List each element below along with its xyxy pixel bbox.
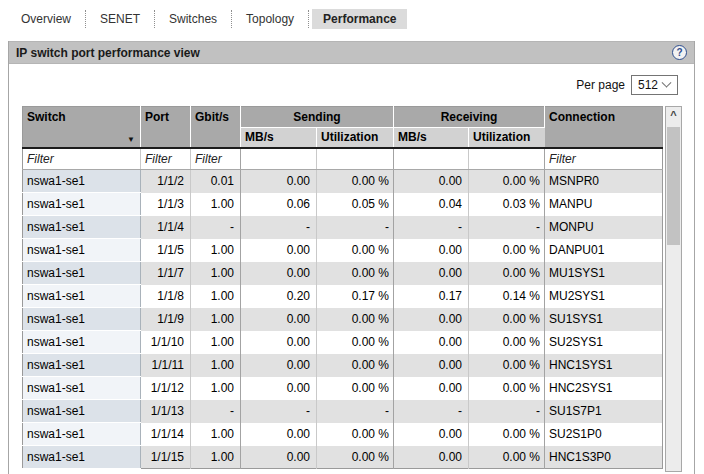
port-cell: 1/1/7	[141, 262, 191, 285]
sending-utilization-cell: -	[317, 216, 394, 239]
gbits-cell: 1.00	[191, 193, 241, 216]
gbits-cell: 1.00	[191, 262, 241, 285]
gbits-filter-input[interactable]: Filter	[191, 148, 241, 170]
column-header-switch[interactable]: Switch ▼	[23, 107, 141, 148]
filter-row-spacer	[317, 148, 394, 170]
table-row[interactable]: nswa1-se11/1/31.000.060.05 %0.040.03 %MA…	[23, 193, 663, 216]
port-performance-table-area: Switch ▼ Port Gbit/s Sending Receiving C…	[22, 106, 694, 472]
table-row[interactable]: nswa1-se11/1/111.000.000.00 %0.000.00 %H…	[23, 354, 663, 377]
connection-cell: MU2SYS1	[545, 285, 663, 308]
table-body: nswa1-se11/1/20.010.000.00 %0.000.00 %MS…	[23, 170, 663, 469]
sending-utilization-cell: 0.00 %	[317, 446, 394, 469]
column-group-sending: Sending	[241, 107, 394, 128]
filter-row: Filter Filter Filter Filter	[23, 148, 663, 170]
switch-filter-input[interactable]: Filter	[23, 148, 141, 170]
sending-utilization-cell: -	[317, 400, 394, 423]
sending-utilization-cell: 0.05 %	[317, 193, 394, 216]
port-cell: 1/1/11	[141, 354, 191, 377]
filter-row-spacer	[394, 148, 469, 170]
switch-cell: nswa1-se1	[23, 446, 141, 469]
sending-utilization-cell: 0.17 %	[317, 285, 394, 308]
sending-utilization-cell: 0.00 %	[317, 308, 394, 331]
column-header-receiving-mbs[interactable]: MB/s	[394, 128, 469, 148]
scrollbar-thumb[interactable]	[667, 127, 680, 245]
table-row[interactable]: nswa1-se11/1/20.010.000.00 %0.000.00 %MS…	[23, 170, 663, 193]
column-header-connection[interactable]: Connection	[545, 107, 663, 148]
sending-mbs-cell: 0.00	[241, 170, 317, 193]
port-cell: 1/1/14	[141, 423, 191, 446]
switch-cell: nswa1-se1	[23, 354, 141, 377]
tab-senet[interactable]: SENET	[89, 9, 151, 29]
switch-cell: nswa1-se1	[23, 193, 141, 216]
tab-bar: OverviewSENETSwitchesTopologyPerformance	[10, 8, 704, 30]
switch-cell: nswa1-se1	[23, 400, 141, 423]
port-cell: 1/1/4	[141, 216, 191, 239]
table-row[interactable]: nswa1-se11/1/13-----SU1S7P1	[23, 400, 663, 423]
tab-switches[interactable]: Switches	[158, 9, 228, 29]
scroll-up-icon[interactable]: ^	[666, 108, 681, 123]
receiving-utilization-cell: 0.00 %	[469, 354, 545, 377]
table-row[interactable]: nswa1-se11/1/141.000.000.00 %0.000.00 %S…	[23, 423, 663, 446]
port-filter-input[interactable]: Filter	[141, 148, 191, 170]
table-row[interactable]: nswa1-se11/1/91.000.000.00 %0.000.00 %SU…	[23, 308, 663, 331]
gbits-cell: -	[191, 400, 241, 423]
receiving-mbs-cell: -	[394, 400, 469, 423]
sort-desc-icon[interactable]: ▼	[127, 135, 135, 144]
connection-cell: SU1SYS1	[545, 308, 663, 331]
table-row[interactable]: nswa1-se11/1/81.000.200.17 %0.170.14 %MU…	[23, 285, 663, 308]
column-header-gbits[interactable]: Gbit/s	[191, 107, 241, 148]
sending-mbs-cell: -	[241, 400, 317, 423]
connection-cell: SU1S7P1	[545, 400, 663, 423]
receiving-utilization-cell: -	[469, 216, 545, 239]
help-icon[interactable]: ?	[672, 45, 687, 60]
receiving-utilization-cell: 0.00 %	[469, 446, 545, 469]
column-header-sending-utilization[interactable]: Utilization	[317, 128, 394, 148]
performance-panel: IP switch port performance view ? Per pa…	[8, 41, 695, 474]
sending-mbs-cell: 0.20	[241, 285, 317, 308]
switch-cell: nswa1-se1	[23, 331, 141, 354]
gbits-cell: 1.00	[191, 377, 241, 400]
sending-mbs-cell: 0.00	[241, 239, 317, 262]
switch-cell: nswa1-se1	[23, 170, 141, 193]
tab-topology[interactable]: Topology	[235, 9, 305, 29]
column-group-receiving: Receiving	[394, 107, 545, 128]
table-row[interactable]: nswa1-se11/1/51.000.000.00 %0.000.00 %DA…	[23, 239, 663, 262]
tab-performance[interactable]: Performance	[312, 9, 407, 29]
per-page-select[interactable]: 512	[631, 75, 678, 95]
switch-cell: nswa1-se1	[23, 262, 141, 285]
column-header-port[interactable]: Port	[141, 107, 191, 148]
table-row[interactable]: nswa1-se11/1/71.000.000.00 %0.000.00 %MU…	[23, 262, 663, 285]
connection-filter-input[interactable]: Filter	[545, 148, 663, 170]
table-row[interactable]: nswa1-se11/1/101.000.000.00 %0.000.00 %S…	[23, 331, 663, 354]
sending-utilization-cell: 0.00 %	[317, 354, 394, 377]
receiving-mbs-cell: 0.00	[394, 262, 469, 285]
switch-cell: nswa1-se1	[23, 377, 141, 400]
connection-cell: MONPU	[545, 216, 663, 239]
receiving-mbs-cell: 0.00	[394, 377, 469, 400]
connection-cell: MSNPR0	[545, 170, 663, 193]
receiving-mbs-cell: 0.00	[394, 331, 469, 354]
switch-cell: nswa1-se1	[23, 285, 141, 308]
column-header-receiving-utilization[interactable]: Utilization	[469, 128, 545, 148]
connection-cell: HNC2SYS1	[545, 377, 663, 400]
column-header-switch-label: Switch	[27, 110, 66, 124]
port-cell: 1/1/15	[141, 446, 191, 469]
gbits-cell: 0.01	[191, 170, 241, 193]
gbits-cell: 1.00	[191, 308, 241, 331]
connection-cell: MANPU	[545, 193, 663, 216]
table-row[interactable]: nswa1-se11/1/4-----MONPU	[23, 216, 663, 239]
port-performance-table: Switch ▼ Port Gbit/s Sending Receiving C…	[22, 106, 663, 469]
receiving-mbs-cell: 0.00	[394, 446, 469, 469]
vertical-scrollbar[interactable]: ^	[665, 106, 682, 472]
connection-cell: SU2S1P0	[545, 423, 663, 446]
switch-cell: nswa1-se1	[23, 216, 141, 239]
receiving-mbs-cell: 0.17	[394, 285, 469, 308]
column-header-sending-mbs[interactable]: MB/s	[241, 128, 317, 148]
table-row[interactable]: nswa1-se11/1/151.000.000.00 %0.000.00 %H…	[23, 446, 663, 469]
table-row[interactable]: nswa1-se11/1/121.000.000.00 %0.000.00 %H…	[23, 377, 663, 400]
receiving-utilization-cell: 0.00 %	[469, 262, 545, 285]
receiving-mbs-cell: 0.00	[394, 423, 469, 446]
tab-separator	[231, 10, 232, 28]
sending-mbs-cell: 0.00	[241, 377, 317, 400]
tab-overview[interactable]: Overview	[10, 9, 82, 29]
